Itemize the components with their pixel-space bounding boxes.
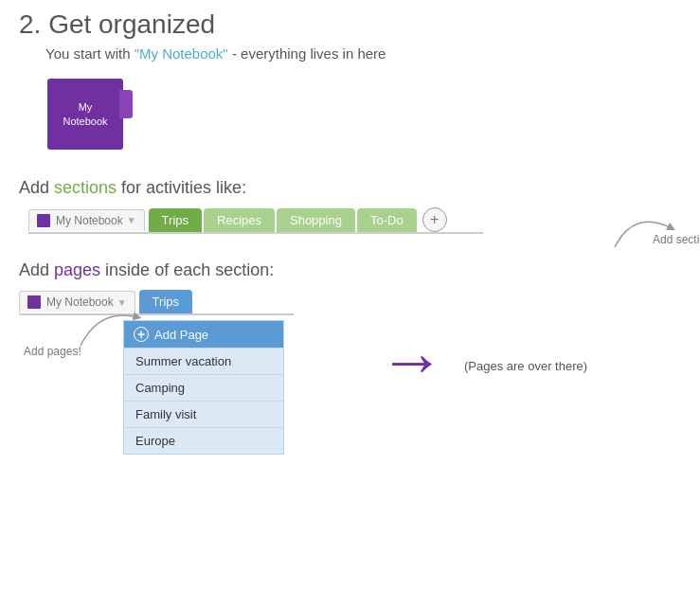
notebook-tab bbox=[119, 90, 133, 118]
sections-bar: My Notebook ▼ Trips Recipes Shopping To-… bbox=[28, 207, 483, 234]
sections-bar-wrapper: My Notebook ▼ Trips Recipes Shopping To-… bbox=[28, 207, 681, 234]
add-page-icon: + bbox=[134, 327, 149, 342]
curved-arrow-svg bbox=[605, 200, 700, 257]
add-page-row[interactable]: + Add Page bbox=[124, 321, 283, 348]
add-pages-note: Add pages! bbox=[24, 345, 81, 358]
notebook-illustration: My Notebook bbox=[47, 79, 681, 157]
add-sections-note: Add sections! bbox=[653, 233, 700, 246]
big-arrow: → bbox=[379, 328, 445, 394]
notebook-icon: My Notebook bbox=[47, 79, 133, 154]
subtitle-quoted: "My Notebook" bbox=[135, 45, 228, 62]
page-item-family[interactable]: Family visit bbox=[124, 401, 283, 427]
page-title: 2. Get organized bbox=[19, 9, 681, 40]
sections-heading: Add sections for activities like: bbox=[19, 178, 681, 198]
add-section-button[interactable]: + bbox=[422, 207, 447, 232]
pages-list-dropdown: + Add Page Summer vacation Camping Famil… bbox=[123, 320, 284, 455]
page-item-summer[interactable]: Summer vacation bbox=[124, 348, 283, 374]
page-item-camping[interactable]: Camping bbox=[124, 374, 283, 401]
pages-bar-area: My Notebook ▼ Trips + Add Page Summer va… bbox=[19, 290, 294, 315]
main-container: 2. Get organized You start with "My Note… bbox=[0, 0, 700, 403]
notebook-label-tab: My Notebook ▼ bbox=[28, 209, 145, 231]
section-tab-shopping[interactable]: Shopping bbox=[277, 208, 355, 232]
notebook-label: My Notebook bbox=[63, 100, 107, 128]
right-side-content: → (Pages are over there) bbox=[379, 328, 587, 394]
subtitle: You start with "My Notebook" - everythin… bbox=[45, 45, 681, 62]
pages-heading: Add pages inside of each section: bbox=[19, 260, 681, 280]
section-tab-recipes[interactable]: Recipes bbox=[204, 208, 275, 232]
page-item-europe[interactable]: Europe bbox=[124, 427, 283, 454]
subtitle-prefix: You start with bbox=[45, 45, 135, 62]
section-tab-todo[interactable]: To-Do bbox=[357, 208, 417, 232]
notebook-small-icon bbox=[37, 214, 50, 227]
pages-demo: My Notebook ▼ Trips + Add Page Summer va… bbox=[19, 290, 681, 394]
pages-note-right: (Pages are over there) bbox=[464, 358, 587, 373]
section-tab-trips[interactable]: Trips bbox=[149, 208, 202, 232]
subtitle-suffix: - everything lives in here bbox=[232, 45, 386, 62]
add-sections-annotation: Add sections! bbox=[605, 200, 700, 259]
notebook-cover: My Notebook bbox=[47, 79, 123, 150]
